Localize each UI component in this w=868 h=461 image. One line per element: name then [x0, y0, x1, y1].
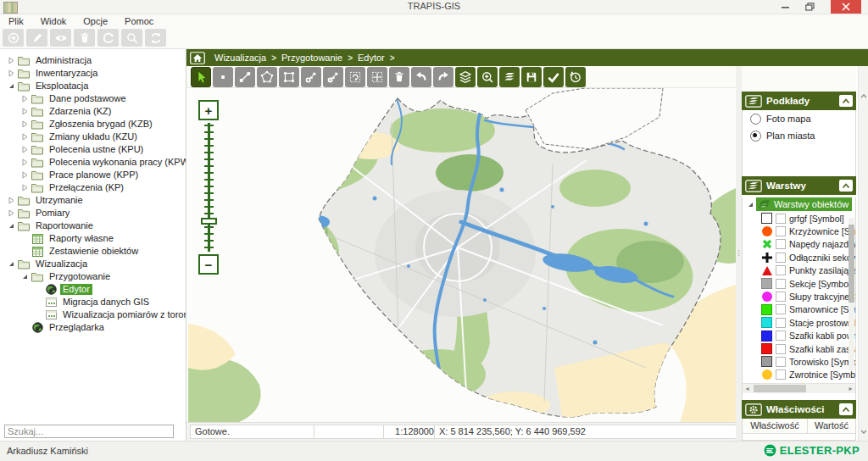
draw-line-button[interactable] — [235, 67, 255, 87]
tree-item[interactable]: Wizualizacja — [0, 258, 186, 270]
draw-point-button[interactable] — [213, 67, 233, 87]
home-icon[interactable] — [189, 51, 206, 64]
scroll-left-icon[interactable]: ◂ — [743, 384, 752, 393]
tree-item[interactable]: Raporty własne — [0, 232, 186, 245]
scroll-up-icon[interactable] — [859, 90, 868, 102]
side-panels-scrollbar[interactable] — [858, 66, 868, 441]
tree-item[interactable]: Raportowanie — [0, 219, 186, 232]
undo-button[interactable] — [411, 67, 431, 87]
layer-visibility-checkbox[interactable] — [776, 226, 786, 236]
select-arrow-button[interactable] — [191, 67, 211, 87]
search-button[interactable] — [121, 29, 142, 47]
city-map[interactable] — [188, 88, 736, 422]
close-button[interactable] — [831, 0, 861, 14]
tree-item[interactable]: Eksploatacja — [0, 80, 186, 92]
undo-circle-button[interactable] — [97, 29, 119, 47]
tree-expander-icon[interactable] — [5, 222, 17, 230]
refresh-button[interactable] — [145, 29, 166, 47]
scroll-down-icon[interactable] — [859, 425, 868, 437]
scroll-thumb[interactable] — [754, 385, 806, 392]
tree-expander-icon[interactable] — [19, 158, 31, 166]
tree-expander-icon[interactable] — [19, 133, 31, 141]
tree-item[interactable]: Administracja — [0, 54, 186, 67]
layer-item[interactable]: Stacje prostownikowe [Symbol] — [743, 316, 855, 329]
breadcrumb-item-przygotowanie[interactable]: Przygotowanie — [276, 53, 348, 63]
tree-expander-icon[interactable] — [5, 209, 17, 217]
breadcrumb-item-wizualizacja[interactable]: Wizualizacja — [209, 53, 271, 63]
layer-item[interactable]: Krzyżownice [Symbol] — [743, 225, 855, 237]
tree-item[interactable]: Zestawienie obiektów — [0, 245, 186, 258]
breadcrumb-item-edytor[interactable]: Edytor — [353, 53, 390, 63]
properties-panel-header[interactable]: Właściwości — [742, 400, 856, 419]
radio-icon[interactable] — [750, 114, 761, 125]
layer-item[interactable]: Szafki kabli powrotnych [Symbol] — [743, 330, 855, 342]
tree-item[interactable]: Polecenia ustne (KPU) — [0, 143, 186, 156]
redo-button[interactable] — [433, 67, 453, 87]
tree-item[interactable]: Przełączenia (KP) — [0, 181, 186, 194]
tree-item[interactable]: Inwentaryzacja — [0, 67, 186, 80]
layers-vertical-scrollbar[interactable] — [849, 218, 854, 370]
layer-visibility-checkbox[interactable] — [776, 304, 786, 314]
tree-expander-icon[interactable] — [19, 120, 31, 128]
tree-item[interactable]: Polecenia wykonania pracy (KPWP) — [0, 156, 186, 169]
layers-horizontal-scrollbar[interactable]: ◂ ▸ — [743, 383, 855, 393]
layer-visibility-checkbox[interactable] — [776, 214, 786, 224]
zoom-slider-track[interactable] — [198, 123, 219, 252]
layer-item[interactable]: Punkty zasilające [Symbol] — [743, 264, 855, 277]
basemap-option[interactable]: Foto mapa — [743, 110, 855, 127]
add-vertex-button[interactable] — [301, 67, 321, 87]
scroll-right-icon[interactable]: ▸ — [846, 384, 855, 393]
tree-item[interactable]: Pomiary — [0, 207, 186, 219]
collapse-panel-icon[interactable] — [839, 95, 853, 107]
layers-panel-header[interactable]: Warstwy — [742, 176, 856, 195]
tree-item[interactable]: Zdarzenia (KZ) — [0, 105, 186, 118]
layer-visibility-checkbox[interactable] — [776, 239, 786, 249]
scroll-thumb[interactable] — [849, 225, 854, 303]
rotate-shape-button[interactable] — [345, 67, 365, 87]
map-viewport[interactable]: + − — [188, 88, 736, 422]
add-circle-button[interactable] — [3, 29, 24, 47]
draw-polygon-button[interactable] — [257, 67, 277, 87]
tree-expander-icon[interactable] — [19, 108, 31, 115]
layer-item[interactable]: Słupy trakcyjne [Symbol] — [743, 290, 855, 303]
layer-visibility-checkbox[interactable] — [776, 292, 786, 302]
tree-item[interactable]: Prace planowe (KPP) — [0, 169, 186, 181]
tree-item[interactable]: Edytor — [0, 283, 186, 296]
properties-column-header[interactable]: Właściwość — [743, 419, 808, 433]
zoom-in-button[interactable]: + — [198, 100, 219, 120]
menu-item-opcje[interactable]: Opcje — [75, 16, 116, 26]
layer-item[interactable]: grfgf [Symbol] — [743, 212, 855, 225]
tree-expander-icon[interactable] — [19, 146, 31, 153]
tree-expander-icon[interactable] — [5, 260, 17, 268]
transform-shape-button[interactable] — [367, 67, 387, 87]
tree-expander-icon[interactable] — [5, 197, 17, 204]
layer-visibility-checkbox[interactable] — [776, 279, 786, 289]
layer-item[interactable]: Odłączniki sekcyjne [Symbol] — [743, 251, 855, 264]
layers-flat-button[interactable] — [499, 67, 520, 87]
tree-expander-icon[interactable] — [19, 184, 31, 192]
basemap-option[interactable]: Plan miasta — [743, 127, 855, 144]
tree-item[interactable]: Przeglądarka — [0, 321, 186, 334]
layer-visibility-checkbox[interactable] — [776, 330, 786, 341]
save-button[interactable] — [521, 67, 542, 87]
apply-check-button[interactable] — [543, 67, 564, 87]
tree-expander-icon[interactable] — [19, 171, 31, 179]
zoom-out-button[interactable]: − — [198, 254, 219, 275]
tree-item[interactable]: Utrzymanie — [0, 194, 186, 207]
layer-item[interactable]: Smarownice [Symbol] — [743, 303, 855, 316]
draw-rectangle-button[interactable] — [279, 67, 299, 87]
delete-trash-button[interactable] — [389, 67, 409, 87]
layer-visibility-checkbox[interactable] — [776, 369, 786, 380]
tree-item[interactable]: Zgłoszenia brygad (KZB) — [0, 118, 186, 131]
tree-item[interactable]: Wizualizacja pomiarów z toromierza — [0, 308, 186, 321]
search-input[interactable] — [4, 425, 174, 438]
zoom-slider-handle[interactable] — [201, 218, 217, 225]
layer-item[interactable]: Napędy najazdowe [Symbol] — [743, 238, 855, 251]
edit-pencil-button[interactable] — [26, 29, 47, 47]
tree-expander-icon[interactable] — [19, 273, 31, 280]
properties-column-header[interactable]: Wartość — [808, 419, 855, 433]
menu-item-plik[interactable]: Plik — [0, 16, 32, 26]
zoom-in-button[interactable] — [477, 67, 498, 87]
layers-button[interactable] — [455, 67, 476, 87]
collapse-panel-icon[interactable] — [839, 180, 853, 192]
